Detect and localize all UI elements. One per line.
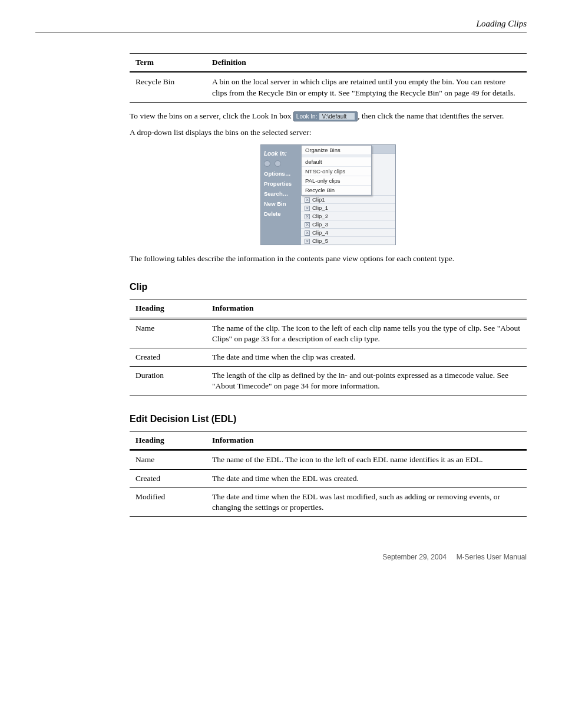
edl-table: Heading Information NameThe name of the …	[130, 431, 527, 517]
def-cell: A bin on the local server in which clips…	[206, 73, 527, 102]
table-row: Recycle Bin A bin on the local server in…	[130, 73, 527, 102]
col-info: Information	[206, 299, 527, 318]
edl-subhead: Edit Decision List (EDL)	[130, 413, 527, 426]
clip-icon	[305, 206, 310, 211]
header-strip	[372, 145, 395, 153]
page-footer: September 29, 2004 M-Series User Manual	[35, 552, 527, 562]
clip-icon	[305, 214, 310, 219]
list-item[interactable]: Clip_2	[301, 212, 395, 220]
new-bin-button[interactable]: New Bin	[264, 200, 298, 207]
body-text: The following tables describe the inform…	[130, 253, 527, 264]
table-row: CreatedThe date and time when the EDL wa…	[130, 469, 527, 487]
menu-item[interactable]: default	[302, 157, 371, 167]
clip-icon	[305, 239, 310, 244]
col-term: Term	[130, 54, 206, 73]
col-def: Definition	[206, 54, 527, 73]
lookin-box-icon[interactable]: Look In:V:\default	[293, 111, 358, 121]
page-title: Loading Clips	[477, 19, 527, 28]
menu-item[interactable]: Recycle Bin	[302, 186, 371, 195]
table-row: NameThe name of the EDL. The icon to the…	[130, 450, 527, 469]
menu-item[interactable]: NTSC-only clips	[302, 167, 371, 176]
clip-icon	[305, 230, 310, 236]
list-item[interactable]: Clip_3	[301, 220, 395, 228]
clip-table: Heading Information NameThe name of the …	[130, 299, 527, 396]
list-item[interactable]: Clip_1	[301, 203, 395, 212]
clip-subhead: Clip	[130, 281, 527, 294]
table-row: ModifiedThe date and time when the EDL w…	[130, 487, 527, 516]
body-text: A drop-down list displays the bins on th…	[130, 127, 527, 138]
body-text: To view the bins on a server, click the …	[130, 111, 527, 121]
list-item[interactable]: Clip1	[301, 195, 395, 203]
definitions-table: Term Definition Recycle Bin A bin on the…	[130, 53, 527, 103]
nav-dot-icon	[264, 160, 270, 167]
properties-button[interactable]: Properties	[264, 180, 298, 187]
col-heading: Heading	[130, 299, 206, 318]
table-row: CreatedThe date and time when the clip w…	[130, 348, 527, 367]
nav-dot-icon	[275, 160, 281, 167]
list-item[interactable]: Clip_5	[301, 236, 395, 245]
lookin-label: Look in:	[264, 151, 298, 157]
term-cell: Recycle Bin	[130, 73, 206, 102]
clip-icon	[305, 197, 310, 203]
col-info: Information	[206, 431, 527, 450]
bins-dropdown-screenshot: Look in: Options… Properties Search… New…	[260, 144, 396, 245]
clip-icon	[305, 222, 310, 228]
bins-dropdown[interactable]: Organize Bins default NTSC-only clips PA…	[301, 145, 372, 196]
search-button[interactable]: Search…	[264, 190, 298, 197]
menu-item[interactable]: PAL-only clips	[302, 176, 371, 186]
table-row: NameThe name of the clip. The icon to th…	[130, 318, 527, 348]
menu-item[interactable]: Organize Bins	[302, 146, 371, 155]
col-heading: Heading	[130, 431, 206, 450]
delete-button[interactable]: Delete	[264, 210, 298, 217]
list-item[interactable]: Clip_4	[301, 228, 395, 236]
table-row: DurationThe length of the clip as define…	[130, 367, 527, 396]
options-button[interactable]: Options…	[264, 170, 298, 177]
